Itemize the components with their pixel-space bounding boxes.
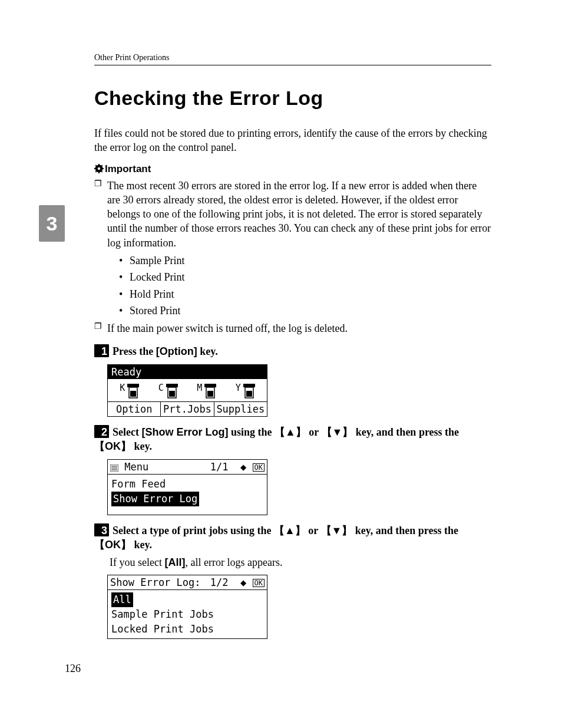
important-list: The most recent 30 errors are stored in … [94, 179, 491, 336]
svg-rect-21 [246, 391, 252, 397]
step-text: using the [228, 426, 275, 438]
important-item: If the main power switch is turned off, … [94, 321, 491, 335]
step-text: key, and then press the [353, 426, 459, 438]
lcd-menu-item-selected[interactable]: Show Error Log [111, 492, 199, 506]
step-1: 1Press the [Option] key. Ready K C M Y [94, 344, 491, 417]
important-item-text: The most recent 30 errors are stored in … [107, 180, 491, 249]
down-arrow-icon: 【▼】 [321, 525, 353, 536]
up-arrow-icon: 【▲】 [275, 426, 306, 438]
toner-y: Y [236, 383, 255, 399]
toner-label: K [120, 383, 125, 393]
intro-paragraph: If files could not be stored due to prin… [94, 126, 491, 155]
important-label: Important [105, 163, 151, 174]
step-text: key, and then press the [352, 525, 458, 536]
ok-icon: OK [253, 463, 265, 472]
job-type-item: Locked Print [119, 270, 491, 284]
lcd-errorlog-title: Show Error Log: [110, 577, 201, 588]
svg-rect-3 [98, 172, 100, 173]
lcd-menu-head: Menu 1/1 ◆ OK [108, 460, 267, 475]
updown-icon: ◆ [234, 577, 246, 588]
up-arrow-icon: 【▲】 [274, 525, 306, 536]
svg-rect-10 [127, 384, 139, 387]
step-2-text: 2Select [Show Error Log] using the 【▲】 o… [94, 425, 491, 454]
lcd-status: Ready [108, 365, 267, 379]
ok-key: 【OK】 [94, 539, 131, 551]
lcd-list-item-selected[interactable]: All [111, 592, 133, 607]
ok-key: 【OK】 [94, 440, 131, 452]
svg-rect-18 [207, 391, 213, 397]
svg-point-1 [98, 167, 100, 169]
menu-icon: Menu [110, 461, 148, 473]
lcd-list-item[interactable]: Sample Print Jobs [111, 607, 263, 622]
note-text: , all error logs appears. [185, 556, 282, 568]
running-head: Other Print Operations [94, 53, 491, 65]
step-3-text: 3Select a type of print jobs using the 【… [94, 523, 491, 552]
step-text: key. [131, 539, 152, 551]
down-arrow-icon: 【▼】 [322, 426, 353, 438]
lcd-button-option[interactable]: Option [108, 402, 161, 416]
lcd-menu-right: 1/1 ◆ OK [210, 461, 265, 473]
lcd-menu-body: Form Feed Show Error Log [108, 475, 267, 514]
svg-rect-2 [98, 164, 100, 166]
important-item: The most recent 30 errors are stored in … [94, 179, 491, 318]
svg-rect-13 [166, 384, 178, 387]
step-text: or [306, 426, 322, 438]
step-1-text: 1Press the [Option] key. [94, 344, 491, 358]
step-number-icon: 2 [94, 425, 109, 438]
job-type-item: Stored Print [119, 304, 491, 318]
svg-rect-4 [94, 168, 96, 169]
lcd-button-prtjobs[interactable]: Prt.Jobs [161, 402, 214, 416]
page-title: Checking the Error Log [94, 87, 491, 110]
lcd-button-row: Option Prt.Jobs Supplies [108, 401, 267, 416]
svg-rect-12 [130, 391, 136, 397]
step-number-icon: 1 [94, 344, 109, 357]
job-type-item: Hold Print [119, 287, 491, 301]
lcd-menu-item[interactable]: Form Feed [111, 477, 263, 492]
step-2: 2Select [Show Error Log] using the 【▲】 o… [94, 425, 491, 515]
step-3: 3Select a type of print jobs using the 【… [94, 523, 491, 640]
lcd-errorlog-right: 1/2 ◆ OK [210, 577, 265, 588]
job-type-item: Sample Print [119, 253, 491, 268]
job-type-list: Sample Print Locked Print Hold Print Sto… [119, 253, 491, 318]
toner-label: M [197, 383, 202, 393]
lcd-list-item[interactable]: Locked Print Jobs [111, 622, 263, 637]
step-text: key. [197, 345, 218, 357]
page-content: Other Print Operations Checking the Erro… [0, 0, 562, 678]
svg-rect-19 [243, 384, 255, 387]
step-text: key. [131, 440, 152, 452]
key-option: [Option] [156, 345, 197, 357]
key-all: [All] [164, 556, 185, 568]
page-number: 126 [65, 663, 81, 675]
lcd-page-indicator: 1/2 [210, 577, 229, 588]
step-text: Select a type of print jobs using the [113, 525, 274, 536]
lcd-errorlog-body: All Sample Print Jobs Locked Print Jobs [108, 590, 267, 638]
svg-rect-15 [169, 391, 175, 397]
svg-rect-5 [103, 168, 104, 169]
lcd-errorlog-panel: Show Error Log: 1/2 ◆ OK All Sample Prin… [107, 575, 267, 639]
toner-label: C [158, 383, 164, 393]
ok-icon: OK [253, 579, 265, 587]
step-text: Press the [113, 345, 156, 357]
lcd-errorlog-head: Show Error Log: 1/2 ◆ OK [108, 575, 267, 590]
updown-icon: ◆ [234, 461, 246, 473]
key-show-error-log: [Show Error Log] [141, 426, 228, 438]
lcd-button-supplies[interactable]: Supplies [214, 402, 267, 416]
lcd-menu-title: Menu [124, 461, 148, 473]
step-3-note: If you select [All], all error logs appe… [110, 556, 491, 569]
step-text: Select [113, 426, 141, 438]
toner-label: Y [236, 383, 241, 393]
lcd-page-indicator: 1/1 [210, 461, 229, 473]
lcd-toner-row: K C M Y [108, 379, 267, 401]
chapter-tab: 3 [39, 205, 65, 242]
important-heading: Important [94, 163, 491, 176]
toner-m: M [197, 383, 216, 399]
toner-c: C [158, 383, 178, 399]
lcd-menu-panel: Menu 1/1 ◆ OK Form Feed Show Error Log [107, 459, 267, 515]
svg-rect-16 [204, 384, 216, 387]
note-text: If you select [110, 556, 164, 568]
gear-icon [94, 164, 104, 176]
lcd-ready-panel: Ready K C M Y O [107, 364, 267, 417]
step-number-icon: 3 [94, 523, 109, 536]
toner-k: K [120, 383, 139, 399]
step-text: or [306, 525, 321, 536]
